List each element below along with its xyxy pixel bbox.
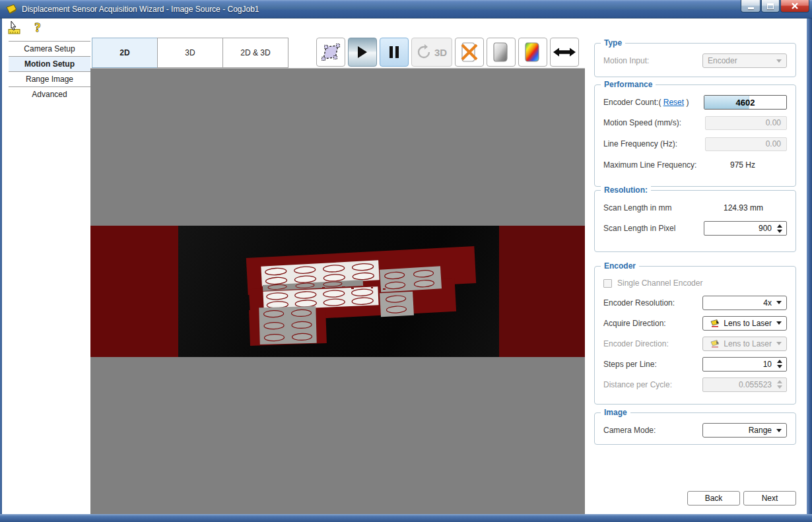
encoder-resolution-select[interactable]: 4x	[702, 296, 787, 310]
scan-length-px-stepper[interactable]: 900	[704, 221, 787, 236]
next-button[interactable]: Next	[743, 491, 796, 506]
single-channel-encoder-checkbox-row: Single Channel Encoder	[603, 278, 702, 288]
play-button[interactable]	[348, 38, 377, 67]
steps-per-line-value: 10	[763, 360, 772, 369]
group-performance: Performance Encoder Count:( Reset ) 4602	[594, 84, 796, 187]
encoder-direction-label: Encoder Direction:	[603, 339, 669, 348]
camera-mode-value: Range	[749, 426, 772, 435]
group-image: Image Camera Mode: Range	[594, 412, 796, 445]
play-icon	[357, 46, 368, 58]
titlebar[interactable]: Displacement Sensor Acquisition Wizard -…	[0, 0, 812, 18]
single-channel-encoder-label: Single Channel Encoder	[617, 278, 702, 288]
camera-mode-label: Camera Mode:	[603, 426, 656, 435]
lens-to-laser-icon	[710, 319, 721, 327]
sidebar-item-camera-setup[interactable]: Camera Setup	[9, 41, 90, 56]
sidebar-item-motion-setup[interactable]: Motion Setup	[9, 56, 90, 71]
acquire-direction-value: Lens to Laser	[724, 319, 772, 328]
steps-per-line-label: Steps per Line:	[603, 360, 657, 369]
encoder-count-label: Encoder Count:( Reset )	[603, 98, 689, 107]
range-scan-objects	[178, 226, 499, 357]
no-colormap-button[interactable]	[455, 38, 484, 67]
range-saturation-band-right	[499, 226, 585, 357]
encoder-direction-value: Lens to Laser	[724, 339, 772, 348]
settings-panel: Type Motion Input: Encoder Performance	[585, 36, 807, 514]
spin-down-icon[interactable]	[777, 365, 782, 368]
acquire-direction-label: Acquire Direction:	[603, 319, 666, 328]
max-line-frequency-label: Maximum Line Frequency:	[603, 160, 696, 170]
line-frequency-value: 0.00	[766, 139, 781, 148]
colormap-view-button[interactable]	[518, 38, 547, 67]
spin-down-icon	[777, 385, 782, 389]
grayscale-view-button[interactable]	[487, 38, 516, 67]
pause-button[interactable]	[380, 38, 409, 67]
app-window: Displacement Sensor Acquisition Wizard -…	[0, 0, 812, 522]
wizard-nav-sidebar: Camera Setup Motion Setup Range Image Ad…	[2, 36, 90, 514]
help-icon[interactable]: ?	[30, 20, 46, 36]
svg-text:?: ?	[34, 20, 41, 34]
tab-3d[interactable]: 3D	[157, 38, 223, 68]
fit-width-button[interactable]	[550, 38, 579, 67]
app-toolbar: ?	[2, 18, 807, 36]
chevron-down-icon	[776, 342, 782, 345]
scan-length-px-value: 900	[759, 224, 772, 233]
rotate-3d-icon	[417, 44, 432, 60]
group-type-title: Type	[601, 38, 625, 48]
max-line-frequency-value: 975 Hz	[730, 160, 787, 170]
rotate-3d-label: 3D	[434, 47, 447, 58]
scan-length-mm-value: 124.93 mm	[724, 203, 787, 212]
spin-up-icon[interactable]	[777, 224, 782, 228]
roi-region-icon	[321, 44, 341, 61]
range-scan-view	[178, 226, 499, 357]
line-frequency-label: Line Frequency (Hz):	[603, 139, 677, 148]
minimize-icon	[748, 7, 754, 9]
app-icon	[6, 4, 17, 14]
camera-mode-select[interactable]: Range	[702, 423, 787, 438]
sidebar-item-range-image[interactable]: Range Image	[9, 71, 90, 86]
maximize-icon	[767, 3, 774, 9]
distance-per-cycle-value: 0.055523	[739, 380, 772, 389]
close-button[interactable]	[780, 0, 809, 13]
chevron-down-icon	[776, 301, 782, 304]
encoder-count-reset-link[interactable]: Reset	[663, 98, 684, 107]
acquire-direction-select[interactable]: Lens to Laser	[702, 316, 787, 331]
chevron-down-icon	[776, 59, 782, 63]
close-icon	[791, 3, 799, 9]
group-resolution-title: Resolution:	[601, 185, 651, 195]
motion-speed-label: Motion Speed (mm/s):	[603, 118, 681, 127]
pointer-ruler-icon[interactable]	[7, 20, 23, 36]
motion-speed-field: 0.00	[705, 116, 787, 130]
range-image-canvas[interactable]	[90, 68, 585, 514]
encoder-count-label-prefix: Encoder Count:(	[603, 98, 661, 107]
motion-speed-value: 0.00	[766, 118, 781, 127]
sidebar-item-advanced[interactable]: Advanced	[9, 86, 90, 102]
scan-length-mm-label: Scan Length in mm	[603, 203, 671, 212]
spin-up-icon[interactable]	[777, 360, 782, 363]
encoder-count-label-suffix: )	[686, 98, 689, 107]
roi-region-button[interactable]	[316, 38, 345, 67]
back-button[interactable]: Back	[687, 491, 740, 506]
view-tabs: 2D 3D 2D & 3D	[92, 38, 288, 68]
encoder-resolution-value: 4x	[763, 298, 772, 308]
page-no-colormap-icon	[460, 42, 479, 62]
maximize-button[interactable]	[761, 0, 780, 13]
tab-2d-and-3d[interactable]: 2D & 3D	[222, 38, 288, 68]
minimize-button[interactable]	[741, 0, 761, 13]
group-type: Type Motion Input: Encoder	[594, 43, 796, 77]
tab-2d[interactable]: 2D	[92, 38, 158, 68]
window-title: Displacement Sensor Acquisition Wizard -…	[22, 5, 259, 14]
spin-up-icon	[777, 380, 782, 383]
window-border-right	[807, 18, 812, 514]
encoder-direction-select: Lens to Laser	[702, 337, 787, 351]
spin-down-icon[interactable]	[777, 230, 782, 233]
group-image-title: Image	[601, 408, 630, 417]
fit-width-icon	[553, 47, 576, 57]
lens-to-laser-icon	[710, 340, 721, 348]
pause-icon	[389, 46, 399, 58]
chevron-down-icon	[776, 321, 782, 325]
group-encoder-title: Encoder	[601, 261, 639, 271]
scan-length-px-label: Scan Length in Pixel	[603, 224, 675, 233]
encoder-count-value: 4602	[704, 96, 786, 109]
steps-per-line-stepper[interactable]: 10	[702, 357, 787, 372]
encoder-resolution-label: Encoder Resolution:	[603, 298, 675, 308]
rotate-3d-button: 3D	[411, 38, 452, 67]
